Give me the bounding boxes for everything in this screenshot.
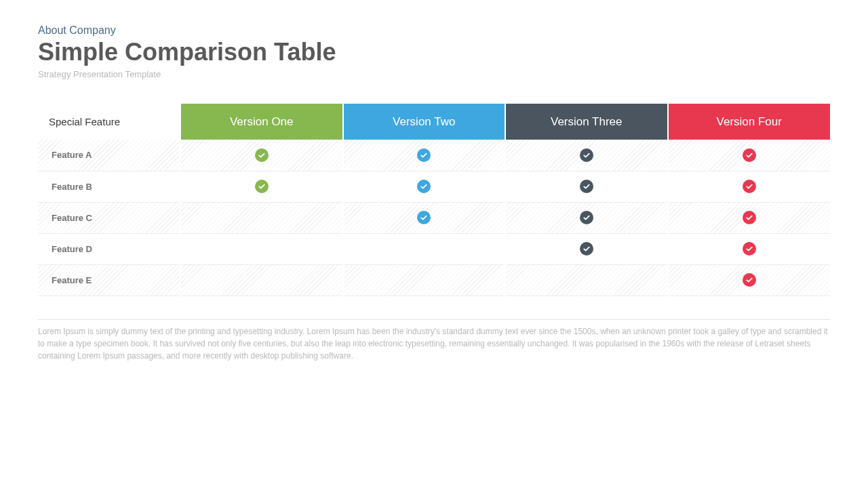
feature-cell xyxy=(180,264,343,296)
check-icon xyxy=(417,180,431,193)
feature-cell xyxy=(505,233,668,264)
check-icon xyxy=(580,148,593,162)
kicker: About Company xyxy=(38,24,830,37)
table-body: Feature AFeature BFeature CFeature DFeat… xyxy=(38,140,830,296)
feature-cell xyxy=(505,264,668,296)
page-subtitle: Strategy Presentation Template xyxy=(38,69,830,79)
feature-cell xyxy=(668,264,831,296)
feature-cell xyxy=(180,171,343,202)
feature-cell xyxy=(668,171,831,202)
feature-cell xyxy=(343,202,506,233)
feature-cell xyxy=(180,202,343,233)
feature-cell xyxy=(343,264,506,296)
comparison-table: Special Feature Version One Version Two … xyxy=(38,104,830,296)
check-icon xyxy=(743,273,756,287)
feature-cell xyxy=(668,202,831,233)
slide: About Company Simple Comparison Table St… xyxy=(0,0,868,378)
feature-cell xyxy=(505,202,668,233)
feature-cell xyxy=(180,233,343,264)
feature-cell xyxy=(505,140,668,171)
feature-cell xyxy=(668,140,831,171)
feature-cell xyxy=(180,140,343,171)
check-icon xyxy=(417,211,431,224)
row-label: Feature B xyxy=(38,171,180,202)
check-icon xyxy=(255,180,269,193)
check-icon xyxy=(580,242,593,256)
row-label: Feature E xyxy=(38,264,180,296)
row-label: Feature A xyxy=(38,140,180,171)
column-header-version-four: Version Four xyxy=(668,104,831,140)
check-icon xyxy=(743,242,756,256)
table-header-row: Special Feature Version One Version Two … xyxy=(38,104,830,140)
check-icon xyxy=(743,211,756,224)
check-icon xyxy=(743,148,756,162)
divider xyxy=(38,319,830,320)
check-icon xyxy=(580,211,593,224)
check-icon xyxy=(743,180,756,193)
page-title: Simple Comparison Table xyxy=(38,38,830,66)
feature-cell xyxy=(343,233,506,264)
row-label: Feature D xyxy=(38,233,180,264)
table-row: Feature C xyxy=(38,202,830,233)
feature-cell xyxy=(343,171,506,202)
feature-cell xyxy=(343,140,506,171)
check-icon xyxy=(580,180,593,193)
column-header-version-one: Version One xyxy=(180,104,343,140)
footnote-text: Lorem Ipsum is simply dummy text of the … xyxy=(38,325,830,362)
table-row: Feature D xyxy=(38,233,830,264)
row-label: Feature C xyxy=(38,202,180,233)
column-header-version-three: Version Three xyxy=(505,104,668,140)
check-icon xyxy=(417,148,431,162)
table-row: Feature B xyxy=(38,171,830,202)
column-header-version-two: Version Two xyxy=(343,104,506,140)
feature-cell xyxy=(505,171,668,202)
corner-label: Special Feature xyxy=(38,104,180,140)
check-icon xyxy=(255,148,269,162)
feature-cell xyxy=(668,233,831,264)
table-row: Feature E xyxy=(38,264,830,296)
table-row: Feature A xyxy=(38,140,830,171)
